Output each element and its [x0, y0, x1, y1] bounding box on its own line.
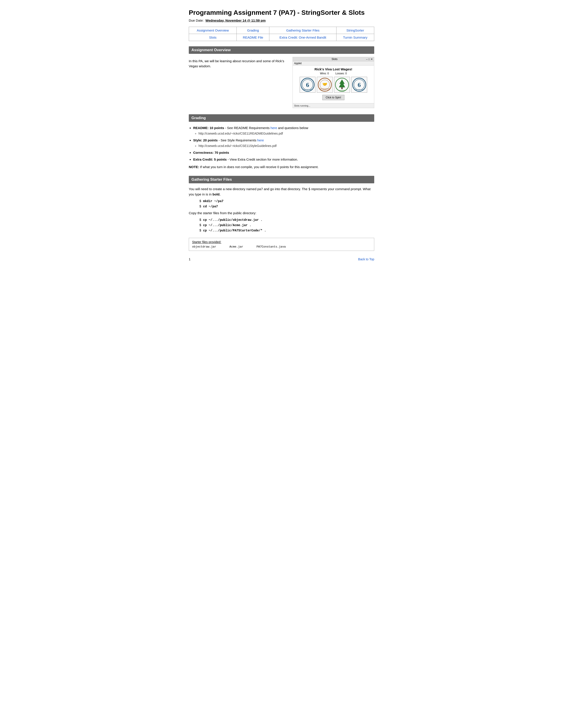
nav-cell: README File — [237, 34, 269, 41]
section-overview: Assignment Overview In this PA, we will … — [189, 46, 374, 108]
readme-link[interactable]: here — [270, 126, 277, 130]
back-to-top-link[interactable]: Back to Top — [358, 257, 374, 261]
wins-label: Wins: 0 — [320, 72, 329, 75]
cmd-1: mkdir ~/pa7 — [203, 199, 223, 203]
svg-marker-10 — [339, 79, 345, 87]
due-date-value: Wednesday, November 14 @ 11:59 pm — [205, 19, 266, 22]
reel-1: 6 UCSD Sixth College — [300, 77, 316, 93]
dollar-2: $ — [199, 205, 203, 208]
nav-link[interactable]: Turnin Summary — [343, 36, 368, 39]
slots-titlebar: Slots – □ ✕ — [293, 57, 374, 61]
svg-text:🤝: 🤝 — [322, 82, 328, 87]
slots-headline: Rick's Viva Lost Wages! — [295, 67, 372, 71]
cmd-5: cp ~/.../public/PA7StarterCode/* . — [203, 229, 266, 232]
grading-item-readme: README: 10 points - See README Requireme… — [193, 125, 374, 136]
cmd-line-1: $ mkdir ~/pa7 — [199, 199, 374, 204]
style-bold: Style: 20 points — [193, 138, 218, 142]
dollar-3: $ — [199, 218, 203, 222]
spin-button[interactable]: Click to Spin! — [322, 95, 345, 100]
reel-4: 6 UCSD Sixth College — [351, 77, 367, 93]
starter-files-label: Starter files provided: — [192, 240, 371, 244]
slots-status: Slots running... — [293, 103, 374, 108]
section-header-starter: Gathering Starter Files — [189, 176, 374, 183]
applet-menu-label: Applet — [294, 62, 302, 65]
style-link[interactable]: here — [257, 138, 264, 142]
nav-cell: Grading — [237, 27, 269, 34]
nav-cell: StringSorter — [336, 27, 374, 34]
commands-block-2: $ cp ~/.../public/objectdraw.jar . $ cp … — [199, 218, 374, 233]
readme-url: http://cseweb.ucsd.edu/~ricko/CSE11READM… — [198, 131, 374, 136]
page-title: Programming Assignment 7 (PA7) - StringS… — [189, 9, 374, 16]
readme-after: and questions below — [278, 126, 308, 130]
reel-2: 🤝 THURGOOD MARSHALL SCHOLAR AND CITIZEN — [317, 77, 333, 93]
correctness-bold: Correctness: 70 points — [193, 151, 229, 154]
nav-link[interactable]: Slots — [209, 36, 216, 39]
starter-files-list: objectdraw.jar Acme.jar PA7Constants.jav… — [192, 245, 371, 248]
section-starter: Gathering Starter Files You will need to… — [189, 176, 374, 251]
overview-text: In this PA, we will be learning about re… — [189, 57, 288, 70]
cmd-4: cp ~/.../public/Acme.jar . — [203, 223, 251, 227]
starter-intro: You will need to create a new directory … — [189, 186, 374, 197]
grading-list: README: 10 points - See README Requireme… — [189, 125, 374, 162]
slots-controls[interactable]: – □ ✕ — [366, 58, 373, 61]
starter-file-3: PA7Constants.java — [256, 245, 286, 248]
losses-label: Losses: 0 — [336, 72, 347, 75]
grading-item-extracredit: Extra Credit: 5 points - View Extra Cred… — [193, 156, 374, 162]
overview-content: In this PA, we will be learning about re… — [189, 57, 374, 108]
cmd-3: cp ~/.../public/objectdraw.jar . — [203, 218, 262, 222]
style-sublist: http://cseweb.ucsd.edu/~ricko/CSE11Style… — [193, 143, 374, 149]
style-url: http://cseweb.ucsd.edu/~ricko/CSE11Style… — [198, 143, 374, 149]
nav-cell: Slots — [189, 34, 237, 41]
page-number: 1 — [189, 257, 190, 261]
grading-item-style: Style: 20 points - See Style Requirement… — [193, 137, 374, 149]
minimize-icon[interactable]: – — [366, 58, 368, 61]
readme-bold: README: 10 points — [193, 126, 224, 130]
nav-table: Assignment OverviewGradingGathering Star… — [189, 27, 374, 41]
slots-reels: 6 UCSD Sixth College 🤝 THURGOOD MARSHALL — [295, 77, 372, 93]
starter-file-2: Acme.jar — [229, 245, 243, 248]
due-date-label: Due Date: — [189, 19, 204, 22]
section-header-overview: Assignment Overview — [189, 46, 374, 54]
svg-text:SCHOLAR AND CITIZEN: SCHOLAR AND CITIZEN — [320, 89, 330, 90]
dollar-5: $ — [199, 229, 203, 232]
due-date-line: Due Date: Wednesday, November 14 @ 11:59… — [189, 19, 374, 22]
note-text: If what you turn in does not compile, yo… — [200, 165, 319, 169]
cmd-line-2: $ cd ~/pa7 — [199, 204, 374, 209]
svg-text:COLLEGE: COLLEGE — [340, 91, 344, 92]
reel-3: JOHN MUIR COLLEGE — [334, 77, 350, 93]
starter-file-1: objectdraw.jar — [192, 245, 216, 248]
copy-label: Copy the starter files from the public d… — [189, 210, 374, 216]
nav-link[interactable]: Gathering Starter Files — [286, 28, 320, 32]
dollar-1: $ — [199, 199, 203, 203]
svg-rect-11 — [341, 87, 343, 89]
style-text: - See Style Requirements — [218, 138, 257, 142]
nav-cell: Turnin Summary — [336, 34, 374, 41]
nav-link[interactable]: StringSorter — [347, 28, 364, 32]
cmd-line-3: $ cp ~/.../public/objectdraw.jar . — [199, 218, 374, 223]
close-icon[interactable]: ✕ — [371, 58, 373, 61]
svg-text:6: 6 — [306, 81, 309, 88]
nav-cell: Extra Credit: One-Armed Bandit — [269, 34, 336, 41]
nav-link[interactable]: Assignment Overview — [197, 28, 229, 32]
section-header-grading: Grading — [189, 114, 374, 122]
nav-link[interactable]: README File — [243, 36, 263, 39]
grading-item-correctness: Correctness: 70 points — [193, 150, 374, 156]
commands-block-1: $ mkdir ~/pa7 $ cd ~/pa7 — [199, 199, 374, 209]
slots-title: Slots — [303, 58, 366, 61]
slots-wins-losses: Wins: 0 Losses: 0 — [295, 72, 372, 75]
nav-link[interactable]: Extra Credit: One-Armed Bandit — [279, 36, 326, 39]
cmd-2: cd ~/pa7 — [203, 205, 218, 208]
extracredit-bold: Extra Credit: 5 points — [193, 158, 227, 161]
slots-menu[interactable]: Applet — [293, 61, 374, 66]
readme-text: - See README Requirements — [225, 126, 270, 130]
nav-cell: Assignment Overview — [189, 27, 237, 34]
dollar-4: $ — [199, 223, 203, 227]
svg-text:6: 6 — [358, 81, 361, 88]
nav-link[interactable]: Grading — [247, 28, 259, 32]
slots-applet: Slots – □ ✕ Applet Rick's Viva Lost Wage… — [293, 57, 374, 108]
svg-text:UCSD Sixth College: UCSD Sixth College — [354, 89, 364, 90]
section-grading: Grading README: 10 points - See README R… — [189, 114, 374, 170]
extracredit-text: - View Extra Credit section for more inf… — [227, 158, 298, 161]
slots-body: Rick's Viva Lost Wages! Wins: 0 Losses: … — [293, 66, 374, 103]
maximize-icon[interactable]: □ — [368, 58, 370, 61]
